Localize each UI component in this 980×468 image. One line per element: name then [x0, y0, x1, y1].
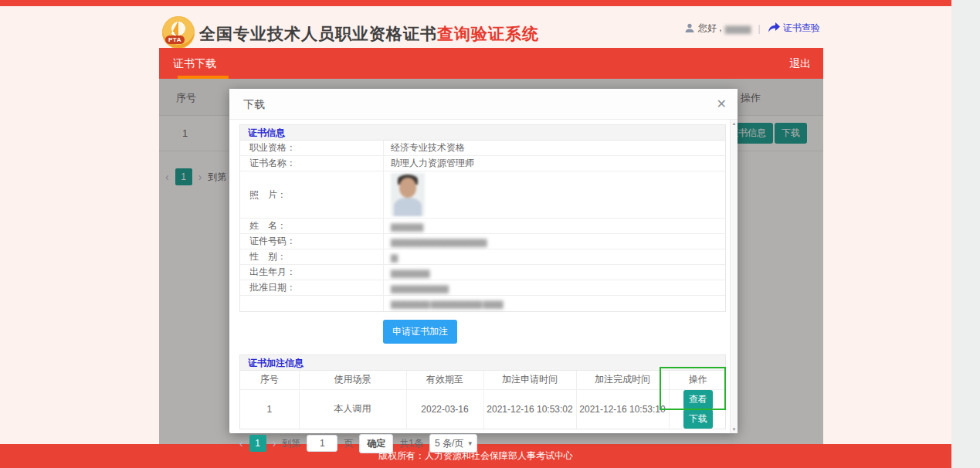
- info-value-redacted: ▆▆▆▆▆▆: [384, 267, 725, 278]
- cell-seq: 1: [240, 389, 299, 429]
- total-count-label: 共1条: [399, 437, 423, 450]
- annotation-header-row: 序号 使用场景 有效期至 加注申请时间 加注完成时间 操作: [240, 371, 727, 389]
- info-row-gender: 性 别： ▆: [240, 249, 725, 265]
- page-title: 全国专业技术人员职业资格证书查询验证系统: [199, 23, 539, 45]
- header-divider: |: [758, 23, 761, 34]
- info-value-redacted: ▆▆▆▆▆: [384, 221, 725, 232]
- modal-header: 下载 ✕: [229, 89, 738, 120]
- annotation-info-card: 证书加注信息 序号 使用场景 有效期至 加注申请时间 加注完成时间 操作 1: [239, 354, 726, 429]
- greeting-text: 您好 ,: [698, 22, 722, 35]
- cert-verify-link[interactable]: 证书查验: [783, 22, 820, 35]
- info-label: 出生年月：: [240, 265, 384, 280]
- info-label: 批准日期：: [240, 280, 384, 295]
- scroll-down-icon[interactable]: ▼: [732, 427, 737, 432]
- col-seq: 序号: [240, 371, 299, 389]
- modal-body: 证书信息 职业资格： 经济专业技术资格 证书名称： 助理人力资源管理师 照 片：: [229, 120, 730, 433]
- cell-scene: 本人调用: [299, 389, 406, 429]
- col-finish-time: 加注完成时间: [576, 371, 669, 389]
- confirm-button[interactable]: 确定: [359, 434, 393, 453]
- top-accent-bar: [0, 0, 951, 6]
- tab-cert-download[interactable]: 证书下载: [159, 48, 230, 79]
- info-row-id-number: 证件号码： ▆▆▆▆▆▆▆▆▆▆▆▆▆▆▆: [240, 234, 725, 249]
- info-value-redacted: ▆▆▆▆▆▆▆▆▆: [384, 283, 725, 293]
- annotation-section-title: 证书加注信息: [240, 355, 725, 371]
- info-value-redacted: ▆: [384, 252, 725, 263]
- annotation-pagination: ‹ 1 › 到第 1 页 确定 共1条 5 条/页 ▾: [239, 434, 726, 453]
- scroll-up-icon[interactable]: ▲: [732, 121, 737, 126]
- col-apply-time: 加注申请时间: [483, 371, 576, 389]
- info-row-cert-name: 证书名称： 助理人力资源管理师: [240, 156, 725, 171]
- close-icon[interactable]: ✕: [717, 97, 727, 111]
- view-button[interactable]: 查看: [683, 390, 713, 409]
- col-actions: 操作: [669, 371, 727, 389]
- goto-label: 到第: [282, 437, 300, 450]
- info-label: 照 片：: [240, 171, 384, 218]
- cell-valid-until: 2022-03-16: [406, 389, 483, 429]
- cert-info-section-title: 证书信息: [240, 125, 725, 141]
- info-label: [240, 296, 384, 311]
- col-valid-until: 有效期至: [406, 371, 483, 389]
- pta-logo-icon: PTA: [162, 16, 195, 49]
- info-value-redacted: ▆▆▆▆▆▆ ▆▆▆▆▆▆▆▆ ▆▆▆: [384, 298, 725, 309]
- title-accent: 查询验证系统: [437, 25, 539, 42]
- apply-annotation-button[interactable]: 申请证书加注: [383, 320, 457, 344]
- scrollbar-strip: [951, 0, 980, 468]
- download-modal: 下载 ✕ 证书信息 职业资格： 经济专业技术资格 证书名称： 助理人力资源管理师…: [229, 89, 738, 433]
- cell-actions: 查看 下载: [669, 389, 727, 429]
- logout-button[interactable]: 退出: [789, 48, 811, 79]
- page-size-value: 5 条/页: [435, 435, 463, 452]
- modal-title: 下载: [243, 98, 265, 112]
- page-number-button[interactable]: 1: [249, 435, 266, 452]
- logo-text: PTA: [165, 36, 185, 44]
- chevron-down-icon: ▾: [468, 435, 472, 452]
- info-label: 性 别：: [240, 249, 384, 264]
- info-row-name: 姓 名： ▆▆▆▆▆: [240, 219, 725, 234]
- goto-page-input[interactable]: 1: [307, 435, 337, 452]
- prev-page-icon[interactable]: ‹: [239, 437, 243, 449]
- info-label: 职业资格：: [240, 141, 384, 155]
- user-icon: [684, 23, 695, 33]
- cell-finish-time: 2021-12-16 10:53:10: [576, 389, 669, 429]
- page-unit-label: 页: [344, 437, 353, 450]
- info-row-approve-date: 批准日期： ▆▆▆▆▆▆▆▆▆: [240, 280, 725, 296]
- certificate-photo: [391, 173, 425, 216]
- info-value: [384, 171, 725, 218]
- info-row-qualification: 职业资格： 经济专业技术资格: [240, 141, 725, 156]
- info-value: 助理人力资源管理师: [384, 157, 725, 170]
- annotation-table: 序号 使用场景 有效期至 加注申请时间 加注完成时间 操作 1 本人调用 202…: [240, 371, 727, 429]
- info-row-birth: 出生年月： ▆▆▆▆▆▆: [240, 265, 725, 280]
- info-row-note: ▆▆▆▆▆▆ ▆▆▆▆▆▆▆▆ ▆▆▆: [240, 296, 725, 311]
- title-main: 全国专业技术人员职业资格证书: [199, 25, 437, 42]
- col-scene: 使用场景: [299, 371, 406, 389]
- info-value: 经济专业技术资格: [384, 141, 725, 154]
- tab-label: 证书下载: [173, 57, 216, 70]
- page-size-select[interactable]: 5 条/页 ▾: [429, 434, 477, 453]
- site-header: PTA 全国专业技术人员职业资格证书查询验证系统 您好 , ▆▆▆▆ | 证书查…: [0, 6, 951, 48]
- main-navbar: 证书下载 退出: [159, 48, 823, 79]
- info-row-photo: 照 片：: [240, 171, 725, 219]
- header-user-area: 您好 , ▆▆▆▆ | 证书查验: [684, 22, 820, 35]
- modal-scrollbar[interactable]: ▲ ▼: [730, 120, 738, 433]
- annotation-row: 1 本人调用 2022-03-16 2021-12-16 10:53:02 20…: [240, 389, 727, 429]
- download-row-button[interactable]: 下载: [683, 409, 713, 429]
- user-name: ▆▆▆▆: [725, 23, 751, 34]
- info-value-redacted: ▆▆▆▆▆▆▆▆▆▆▆▆▆▆▆: [384, 236, 725, 247]
- next-page-icon[interactable]: ›: [273, 437, 276, 449]
- photo-shoulders: [394, 198, 422, 216]
- share-arrow-icon: [768, 22, 780, 35]
- info-label: 证书名称：: [240, 156, 384, 171]
- info-label: 证件号码：: [240, 234, 384, 249]
- cell-apply-time: 2021-12-16 10:53:02: [483, 389, 576, 429]
- photo-head: [399, 178, 416, 198]
- cert-info-card: 证书信息 职业资格： 经济专业技术资格 证书名称： 助理人力资源管理师 照 片：: [239, 124, 726, 312]
- info-label: 姓 名：: [240, 219, 384, 233]
